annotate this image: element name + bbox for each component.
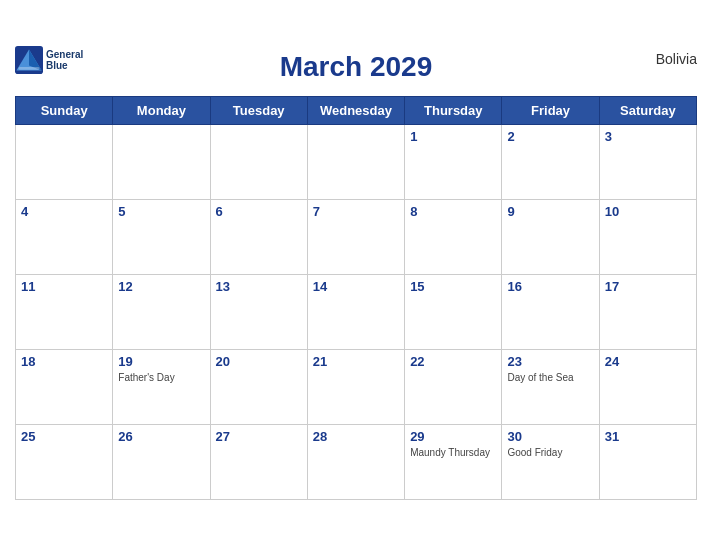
day-number: 22 <box>410 354 496 369</box>
holiday-label: Good Friday <box>507 447 593 459</box>
holiday-label: Maundy Thursday <box>410 447 496 459</box>
week-row-5: 2526272829Maundy Thursday30Good Friday31 <box>16 424 697 499</box>
day-number: 30 <box>507 429 593 444</box>
day-number: 14 <box>313 279 399 294</box>
week-row-3: 11121314151617 <box>16 274 697 349</box>
calendar-cell: 7 <box>307 199 404 274</box>
calendar-title: March 2029 <box>280 51 433 83</box>
calendar-cell: 1 <box>405 124 502 199</box>
day-number: 18 <box>21 354 107 369</box>
calendar-cell: 30Good Friday <box>502 424 599 499</box>
calendar-cell: 28 <box>307 424 404 499</box>
weekday-header-saturday: Saturday <box>599 96 696 124</box>
day-number: 19 <box>118 354 204 369</box>
weekday-header-sunday: Sunday <box>16 96 113 124</box>
day-number: 29 <box>410 429 496 444</box>
weekday-header-row: SundayMondayTuesdayWednesdayThursdayFrid… <box>16 96 697 124</box>
weekday-header-wednesday: Wednesday <box>307 96 404 124</box>
weekday-header-thursday: Thursday <box>405 96 502 124</box>
calendar-cell <box>307 124 404 199</box>
calendar-cell: 20 <box>210 349 307 424</box>
calendar-cell: 21 <box>307 349 404 424</box>
day-number: 15 <box>410 279 496 294</box>
day-number: 11 <box>21 279 107 294</box>
calendar-cell: 22 <box>405 349 502 424</box>
weekday-header-tuesday: Tuesday <box>210 96 307 124</box>
calendar-cell <box>16 124 113 199</box>
calendar-cell: 5 <box>113 199 210 274</box>
day-number: 7 <box>313 204 399 219</box>
week-row-4: 1819Father's Day20212223Day of the Sea24 <box>16 349 697 424</box>
day-number: 21 <box>313 354 399 369</box>
day-number: 8 <box>410 204 496 219</box>
calendar-cell: 29Maundy Thursday <box>405 424 502 499</box>
holiday-label: Father's Day <box>118 372 204 384</box>
calendar-cell: 19Father's Day <box>113 349 210 424</box>
day-number: 3 <box>605 129 691 144</box>
day-number: 2 <box>507 129 593 144</box>
calendar-cell: 8 <box>405 199 502 274</box>
day-number: 28 <box>313 429 399 444</box>
day-number: 25 <box>21 429 107 444</box>
day-number: 24 <box>605 354 691 369</box>
day-number: 4 <box>21 204 107 219</box>
calendar-header: General Blue March 2029 Bolivia <box>15 46 697 88</box>
day-number: 13 <box>216 279 302 294</box>
calendar-cell: 15 <box>405 274 502 349</box>
day-number: 17 <box>605 279 691 294</box>
calendar-wrapper: General Blue March 2029 Bolivia SundayMo… <box>0 36 712 515</box>
day-number: 26 <box>118 429 204 444</box>
day-number: 16 <box>507 279 593 294</box>
day-number: 6 <box>216 204 302 219</box>
logo-icon <box>15 46 43 74</box>
day-number: 27 <box>216 429 302 444</box>
calendar-cell: 16 <box>502 274 599 349</box>
day-number: 23 <box>507 354 593 369</box>
calendar-cell: 3 <box>599 124 696 199</box>
day-number: 31 <box>605 429 691 444</box>
calendar-cell: 4 <box>16 199 113 274</box>
calendar-cell <box>210 124 307 199</box>
calendar-cell: 31 <box>599 424 696 499</box>
country-label: Bolivia <box>656 51 697 67</box>
calendar-cell: 25 <box>16 424 113 499</box>
day-number: 12 <box>118 279 204 294</box>
calendar-cell: 9 <box>502 199 599 274</box>
day-number: 1 <box>410 129 496 144</box>
calendar-cell: 10 <box>599 199 696 274</box>
svg-rect-3 <box>19 67 40 70</box>
day-number: 9 <box>507 204 593 219</box>
weekday-header-friday: Friday <box>502 96 599 124</box>
weekday-header-monday: Monday <box>113 96 210 124</box>
day-number: 5 <box>118 204 204 219</box>
calendar-cell: 24 <box>599 349 696 424</box>
week-row-1: 123 <box>16 124 697 199</box>
calendar-cell: 26 <box>113 424 210 499</box>
calendar-cell <box>113 124 210 199</box>
calendar-cell: 18 <box>16 349 113 424</box>
calendar-cell: 23Day of the Sea <box>502 349 599 424</box>
calendar-cell: 17 <box>599 274 696 349</box>
calendar-cell: 12 <box>113 274 210 349</box>
calendar-cell: 27 <box>210 424 307 499</box>
logo: General Blue <box>15 46 83 74</box>
calendar-cell: 2 <box>502 124 599 199</box>
calendar-cell: 11 <box>16 274 113 349</box>
calendar-table: SundayMondayTuesdayWednesdayThursdayFrid… <box>15 96 697 500</box>
day-number: 10 <box>605 204 691 219</box>
week-row-2: 45678910 <box>16 199 697 274</box>
logo-text: General Blue <box>46 49 83 71</box>
calendar-cell: 13 <box>210 274 307 349</box>
calendar-cell: 14 <box>307 274 404 349</box>
day-number: 20 <box>216 354 302 369</box>
holiday-label: Day of the Sea <box>507 372 593 384</box>
calendar-cell: 6 <box>210 199 307 274</box>
